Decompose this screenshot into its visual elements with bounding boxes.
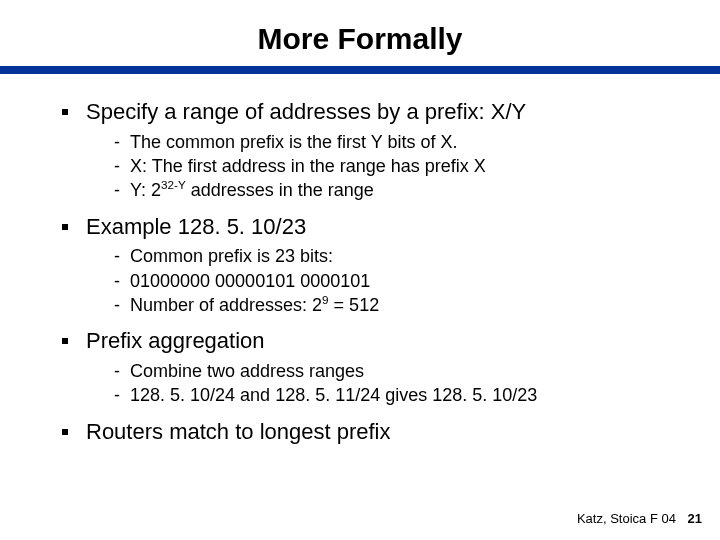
square-bullet-icon (62, 429, 68, 435)
dash-icon: - (114, 245, 130, 268)
dash-icon: - (114, 294, 130, 317)
footer: Katz, Stoica F 04 21 (577, 511, 702, 526)
sub-text: Combine two address ranges (130, 360, 364, 383)
bullet-item: Specify a range of addresses by a prefix… (62, 98, 672, 126)
sub-item: -The common prefix is the first Y bits o… (114, 131, 672, 154)
slide-content: Specify a range of addresses by a prefix… (0, 74, 720, 445)
square-bullet-icon (62, 109, 68, 115)
sub-list: -The common prefix is the first Y bits o… (114, 131, 672, 203)
bullet-item: Routers match to longest prefix (62, 418, 672, 446)
sub-text: Number of addresses: 29 = 512 (130, 294, 379, 317)
bullet-text: Example 128. 5. 10/23 (86, 213, 306, 241)
bullet-item: Example 128. 5. 10/23 (62, 213, 672, 241)
page-number: 21 (688, 511, 702, 526)
dash-icon: - (114, 270, 130, 293)
sub-text: 01000000 00000101 0000101 (130, 270, 370, 293)
slide-title: More Formally (0, 0, 720, 66)
divider-bar (0, 66, 720, 74)
sub-item: -01000000 00000101 0000101 (114, 270, 672, 293)
sub-item: -X: The first address in the range has p… (114, 155, 672, 178)
sub-item: -Common prefix is 23 bits: (114, 245, 672, 268)
square-bullet-icon (62, 224, 68, 230)
dash-icon: - (114, 131, 130, 154)
sub-item: -Y: 232-Y addresses in the range (114, 179, 672, 202)
bullet-text: Routers match to longest prefix (86, 418, 390, 446)
bullet-item: Prefix aggregation (62, 327, 672, 355)
footer-credit: Katz, Stoica F 04 (577, 511, 676, 526)
sub-text: Y: 232-Y addresses in the range (130, 179, 374, 202)
sub-text: The common prefix is the first Y bits of… (130, 131, 457, 154)
sub-list: -Combine two address ranges -128. 5. 10/… (114, 360, 672, 408)
dash-icon: - (114, 155, 130, 178)
square-bullet-icon (62, 338, 68, 344)
dash-icon: - (114, 360, 130, 383)
dash-icon: - (114, 384, 130, 407)
sub-item: -128. 5. 10/24 and 128. 5. 11/24 gives 1… (114, 384, 672, 407)
sub-text: 128. 5. 10/24 and 128. 5. 11/24 gives 12… (130, 384, 537, 407)
bullet-text: Specify a range of addresses by a prefix… (86, 98, 526, 126)
sub-item: -Number of addresses: 29 = 512 (114, 294, 672, 317)
sub-item: -Combine two address ranges (114, 360, 672, 383)
sub-list: -Common prefix is 23 bits: -01000000 000… (114, 245, 672, 317)
sub-text: X: The first address in the range has pr… (130, 155, 486, 178)
bullet-text: Prefix aggregation (86, 327, 265, 355)
sub-text: Common prefix is 23 bits: (130, 245, 333, 268)
dash-icon: - (114, 179, 130, 202)
